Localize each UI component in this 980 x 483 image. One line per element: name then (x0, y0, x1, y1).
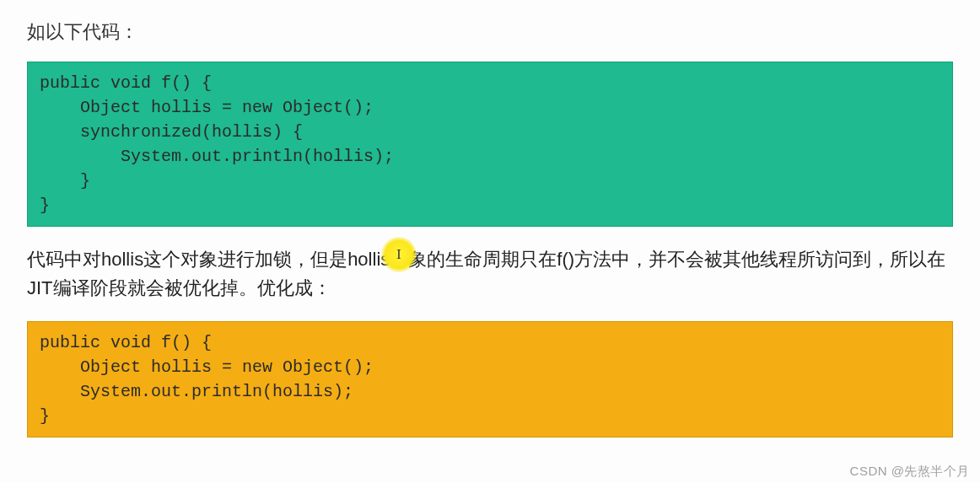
code-block-optimized: public void f() { Object hollis = new Ob… (27, 321, 953, 437)
code-block-original: public void f() { Object hollis = new Ob… (27, 62, 953, 227)
intro-text: 如以下代码： (27, 17, 953, 46)
watermark-text: CSDN @先熬半个月 (850, 464, 970, 480)
explanation-text: 代码中对hollis这个对象进行加锁，但是hollis对象的生命周期只在f()方… (27, 245, 953, 303)
explanation-text-content: 代码中对hollis这个对象进行加锁，但是hollis对象的生命周期只在f()方… (27, 249, 945, 298)
